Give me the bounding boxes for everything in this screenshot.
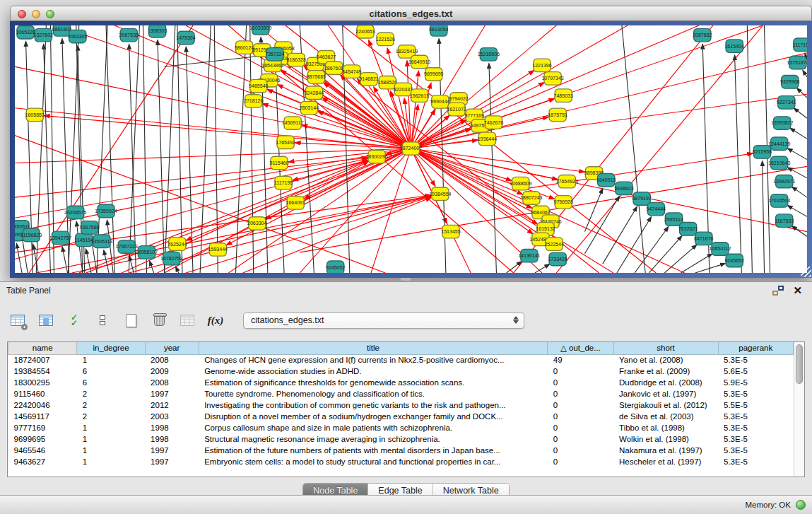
graph-node[interactable]: 9756928 [554,196,574,209]
graph-node[interactable]: 9465546 [249,79,269,92]
table-vertical-scrollbar[interactable] [794,342,804,477]
graph-node[interactable]: 1117193 [793,38,807,51]
graph-node[interactable]: 10654112 [710,243,731,255]
graph-node[interactable]: 8471676 [694,232,714,245]
table-row[interactable]: 1938455462009Genome-wide association stu… [8,366,794,377]
graph-node[interactable]: 1117195 [274,176,293,189]
table-row[interactable]: 1872400712008Changes of HCN gene express… [8,354,794,366]
graph-node[interactable]: 15751874 [787,56,807,69]
table-row[interactable]: 2242004622012Investigating the contribut… [8,399,794,411]
graph-node[interactable]: 17654923 [556,175,579,187]
graph-node[interactable]: 7632621 [678,223,698,235]
graph-node[interactable]: 1621072 [447,103,466,115]
graph-node[interactable]: 9397588 [80,221,100,234]
window-title-bar[interactable]: citations_edges.txt [10,6,812,21]
column-header-pagerank[interactable]: pagerank [718,342,793,354]
graph-node[interactable]: 20206575 [64,206,87,218]
graph-node[interactable]: 9245652 [724,254,744,267]
graph-node[interactable]: 18300295 [365,150,388,163]
graph-node[interactable]: 1562615 [410,89,430,102]
table-row[interactable]: 946362711997Embryonic stem cells: a mode… [8,456,794,467]
table-row[interactable]: 1456911722003Disruption of a novel membe… [8,411,794,422]
table-selector-dropdown[interactable]: citations_edges.txt [243,313,524,329]
memory-status-indicator[interactable] [796,500,806,510]
graph-node[interactable]: 9860124 [235,41,254,54]
graph-node[interactable]: 12093822 [771,117,794,129]
graph-node[interactable]: 2063305 [68,30,88,42]
graph-node[interactable]: 2718126 [244,95,264,107]
graph-node[interactable]: 16782753 [160,252,183,264]
row-height-icon[interactable] [92,310,113,331]
select-all-rows-icon[interactable]: ✓✓ [64,310,85,331]
graph-node[interactable]: 16958107 [136,246,158,259]
graph-node[interactable]: 2522544 [544,238,564,250]
graph-node[interactable]: 10688609 [510,177,532,189]
graph-node[interactable]: 2867608 [324,62,344,74]
graph-node[interactable]: 1221526 [375,33,395,45]
graph-node[interactable]: 18807243 [520,192,543,204]
graph-node[interactable]: 12444139 [768,137,791,150]
graph-node[interactable]: 1875751 [548,108,567,121]
graph-node[interactable]: 8186328 [286,53,306,66]
graph-node[interactable]: 7625244 [167,238,187,250]
table-row[interactable]: 977716911998Corpus callosum shape and si… [8,422,794,433]
graph-node[interactable]: 7462676 [484,116,504,129]
function-builder-icon[interactable]: f(x) [205,310,226,331]
graph-node[interactable]: 2063304 [247,217,267,230]
graph-node[interactable]: 2240653 [355,25,375,38]
graph-node[interactable]: 10797343 [541,72,564,85]
graph-node[interactable]: 1615404 [724,40,744,52]
table-row[interactable]: 911546021997Tourette syndrome. Phenomeno… [8,388,794,399]
table-row[interactable]: 1830029562008Estimation of significance … [8,377,794,388]
graph-node[interactable]: 9115460 [270,156,289,169]
graph-node[interactable]: 9699695 [424,68,444,81]
graph-node[interactable]: 8215958 [753,146,772,158]
graph-node[interactable]: 13505113 [91,235,113,247]
graph-node[interactable]: 9242844 [305,86,324,99]
scrollbar-thumb[interactable] [796,344,803,384]
graph-node[interactable]: 16210643 [768,156,791,169]
graph-node[interactable]: 2087682 [693,28,712,41]
graph-node[interactable]: 8813054 [429,25,449,36]
graph-node[interactable]: 9146821 [359,73,379,86]
graph-node[interactable]: 5938923 [614,182,634,194]
network-canvas[interactable]: 9860124891295412226058982750816543962818… [15,25,807,273]
close-panel-icon[interactable]: ✕ [793,284,802,297]
column-header-short[interactable]: short [613,342,718,354]
column-header-in_degree[interactable]: in_degree [77,342,145,354]
graph-node[interactable]: 7485033 [554,89,574,102]
column-header-year[interactable]: year [145,342,199,354]
graph-node[interactable]: 1733426 [548,252,567,265]
graph-node[interactable]: 9245052 [326,261,346,273]
graph-node[interactable]: 18724007 [400,142,423,155]
column-header-out_de[interactable]: △ out_de... [548,342,613,354]
graph-node[interactable]: 9474444 [647,202,666,215]
delete-table-icon[interactable] [148,310,170,331]
graph-node[interactable]: 1765492 [276,136,295,148]
graph-node[interactable]: 1936444 [478,132,498,145]
graph-node[interactable]: 1513455 [441,225,461,238]
graph-node[interactable]: 19384554 [429,187,452,200]
graph-node[interactable]: 16033809 [249,25,272,35]
graph-node[interactable]: 15218506 [478,48,500,61]
graph-node[interactable]: 1167533 [775,214,794,227]
graph-node[interactable]: 13942757 [49,231,72,244]
graph-node[interactable]: 2803144 [300,101,319,114]
table-row[interactable]: 946554611997Estimation of the future num… [8,445,794,456]
graph-node[interactable]: 17957223 [116,240,139,253]
graph-node[interactable]: 1358303 [148,25,167,37]
graph-node[interactable]: 9329968 [780,75,800,88]
graph-node[interactable]: 1605853 [25,108,45,121]
window-resize-grip[interactable] [801,267,811,277]
graph-node[interactable]: 1640915 [596,174,616,187]
table-row[interactable]: 969969511998Structural magnetic resonanc… [8,433,794,445]
graph-node[interactable]: 1475304 [176,31,196,44]
float-panel-icon[interactable] [772,286,784,296]
graph-node[interactable]: 1221396 [532,59,552,71]
graph-node[interactable]: 2067530 [119,28,139,41]
graph-node[interactable]: 1065328 [16,25,35,38]
graph-node[interactable]: 13992971 [773,175,796,187]
column-header-title[interactable]: title [199,342,548,354]
graph-node[interactable]: 16640910 [408,55,431,68]
graph-node[interactable]: 1327602 [34,28,54,41]
